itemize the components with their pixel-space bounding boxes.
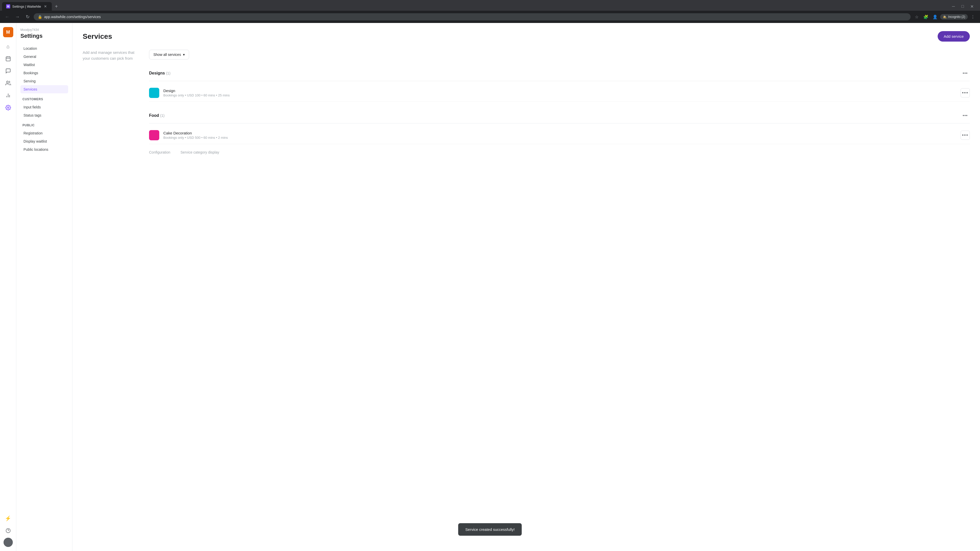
- content-layout: Add and manage services that your custom…: [83, 50, 970, 154]
- page-header: Services Add service: [83, 31, 970, 41]
- sidebar-icon-chart[interactable]: [3, 90, 13, 100]
- category-count-designs: (1): [166, 71, 170, 75]
- category-header-food: Food (1) •••: [149, 108, 970, 124]
- settings-title: Settings: [21, 33, 68, 39]
- description-column: Add and manage services that your custom…: [83, 50, 139, 154]
- service-name-design: Design: [163, 89, 956, 93]
- nav-item-location[interactable]: Location: [21, 44, 68, 52]
- back-button[interactable]: ←: [3, 13, 11, 21]
- browser-chrome: M Settings | Waitwhile ✕ + ─ □ ✕ ← → ↻ 🔒…: [0, 0, 980, 23]
- service-meta-design: Bookings only • USD 100 • 60 mins • 25 m…: [163, 94, 956, 97]
- sidebar-icon-chat[interactable]: [3, 66, 13, 76]
- service-more-button-cake[interactable]: •••: [961, 130, 970, 140]
- main-content: Services Add service Add and manage serv…: [73, 23, 980, 551]
- nav-item-registration[interactable]: Registration: [21, 129, 68, 137]
- add-service-button[interactable]: Add service: [938, 31, 970, 41]
- incognito-label: Incognito (2): [948, 15, 965, 19]
- sidebar-icon-settings[interactable]: [3, 103, 13, 113]
- category-more-button-food[interactable]: •••: [961, 111, 970, 120]
- settings-navigation: Moodjoy7434 Settings Location General Wa…: [16, 23, 73, 551]
- reload-button[interactable]: ↻: [24, 13, 32, 21]
- icon-sidebar: M ⌂ ⚡: [0, 23, 16, 551]
- active-tab[interactable]: M Settings | Waitwhile ✕: [2, 2, 52, 11]
- service-info-design: Design Bookings only • USD 100 • 60 mins…: [163, 89, 956, 97]
- service-info-cake: Cake Decoration Bookings only • USD 500 …: [163, 131, 956, 140]
- description-text: Add and manage services that your custom…: [83, 50, 139, 61]
- app-container: M ⌂ ⚡ Moodjoy7434 Set: [0, 23, 980, 551]
- customers-section-header: Customers: [21, 97, 68, 101]
- service-meta-cake: Bookings only • USD 500 • 60 mins • 2 mi…: [163, 136, 956, 140]
- tab-bar: M Settings | Waitwhile ✕ + ─ □ ✕: [0, 0, 980, 11]
- category-name-designs: Designs (1): [149, 71, 170, 76]
- service-name-cake: Cake Decoration: [163, 131, 956, 135]
- url-text: app.waitwhile.com/settings/services: [44, 15, 907, 19]
- filter-dropdown[interactable]: Show all services ▾: [149, 50, 189, 59]
- account-name: Moodjoy7434: [21, 28, 68, 32]
- nav-item-waitlist[interactable]: Waitlist: [21, 61, 68, 69]
- category-count-food: (1): [160, 114, 165, 118]
- sidebar-icon-home[interactable]: ⌂: [3, 41, 13, 52]
- service-color-design: [149, 88, 159, 98]
- nav-item-services[interactable]: Services: [21, 85, 68, 94]
- account-avatar[interactable]: M: [3, 27, 13, 37]
- toast-notification: Service created successfully!: [458, 523, 522, 536]
- service-color-cake: [149, 130, 159, 140]
- nav-item-general[interactable]: General: [21, 52, 68, 61]
- service-category-header: Service category display: [180, 150, 219, 154]
- nav-item-display-waitlist[interactable]: Display waitlist: [21, 137, 68, 145]
- forward-button[interactable]: →: [13, 13, 21, 21]
- window-controls: ─ □ ✕: [947, 3, 978, 10]
- service-item-cake: Cake Decoration Bookings only • USD 500 …: [149, 127, 970, 144]
- nav-item-input-fields[interactable]: Input fields: [21, 103, 68, 111]
- svg-point-8: [7, 107, 9, 108]
- filter-row: Show all services ▾: [149, 50, 970, 59]
- service-item-design: Design Bookings only • USD 100 • 60 mins…: [149, 84, 970, 102]
- lock-icon: 🔒: [38, 15, 42, 19]
- nav-item-status-tags[interactable]: Status tags: [21, 111, 68, 119]
- category-section-food: Food (1) ••• Cake Decoration Bookings on…: [149, 108, 970, 144]
- bottom-col-category-display: Service category display: [180, 150, 219, 154]
- svg-point-4: [6, 81, 8, 83]
- address-bar[interactable]: 🔒 app.waitwhile.com/settings/services: [34, 13, 911, 21]
- sidebar-icon-calendar[interactable]: [3, 54, 13, 64]
- menu-button[interactable]: ⋮: [969, 13, 977, 21]
- toast-message: Service created successfully!: [465, 527, 514, 532]
- page-title: Services: [83, 32, 112, 41]
- extensions-button[interactable]: 🧩: [922, 13, 930, 21]
- sidebar-icon-lightning[interactable]: ⚡: [3, 513, 13, 524]
- incognito-icon: 🕵: [943, 15, 947, 19]
- bookmark-button[interactable]: ☆: [913, 13, 921, 21]
- category-more-button-designs[interactable]: •••: [961, 68, 970, 78]
- new-tab-button[interactable]: +: [53, 3, 60, 10]
- bottom-col-configuration: Configuration: [149, 150, 170, 154]
- nav-item-bookings[interactable]: Bookings: [21, 69, 68, 77]
- chevron-down-icon: ▾: [183, 52, 185, 57]
- profile-button[interactable]: 👤: [931, 13, 939, 21]
- sidebar-icon-people[interactable]: [3, 78, 13, 88]
- tab-close-button[interactable]: ✕: [43, 4, 48, 9]
- sidebar-icon-user-avatar[interactable]: [3, 538, 13, 547]
- minimize-button[interactable]: ─: [950, 3, 958, 10]
- tab-favicon: M: [6, 4, 10, 8]
- category-section-designs: Designs (1) ••• Design Bookings only • U…: [149, 65, 970, 102]
- public-section-header: Public: [21, 124, 68, 127]
- services-column: Show all services ▾ Designs (1) •••: [149, 50, 970, 154]
- filter-label: Show all services: [153, 52, 181, 57]
- tab-title: Settings | Waitwhile: [12, 5, 41, 8]
- bottom-section: Configuration Service category display: [149, 150, 970, 154]
- close-window-button[interactable]: ✕: [968, 3, 976, 10]
- service-more-button-design[interactable]: •••: [961, 88, 970, 97]
- category-header-designs: Designs (1) •••: [149, 65, 970, 81]
- service-actions-cake: •••: [961, 130, 970, 140]
- incognito-badge: 🕵 Incognito (2): [940, 14, 968, 20]
- configuration-header: Configuration: [149, 150, 170, 154]
- category-name-food: Food (1): [149, 113, 165, 118]
- nav-item-public-locations[interactable]: Public locations: [21, 145, 68, 154]
- bottom-columns: Configuration Service category display: [149, 150, 970, 154]
- toolbar-actions: ☆ 🧩 👤 🕵 Incognito (2) ⋮: [913, 13, 977, 21]
- svg-rect-0: [6, 57, 10, 61]
- service-actions-design: •••: [961, 88, 970, 97]
- sidebar-icon-help[interactable]: [3, 526, 13, 536]
- maximize-button[interactable]: □: [959, 3, 967, 10]
- nav-item-serving[interactable]: Serving: [21, 77, 68, 85]
